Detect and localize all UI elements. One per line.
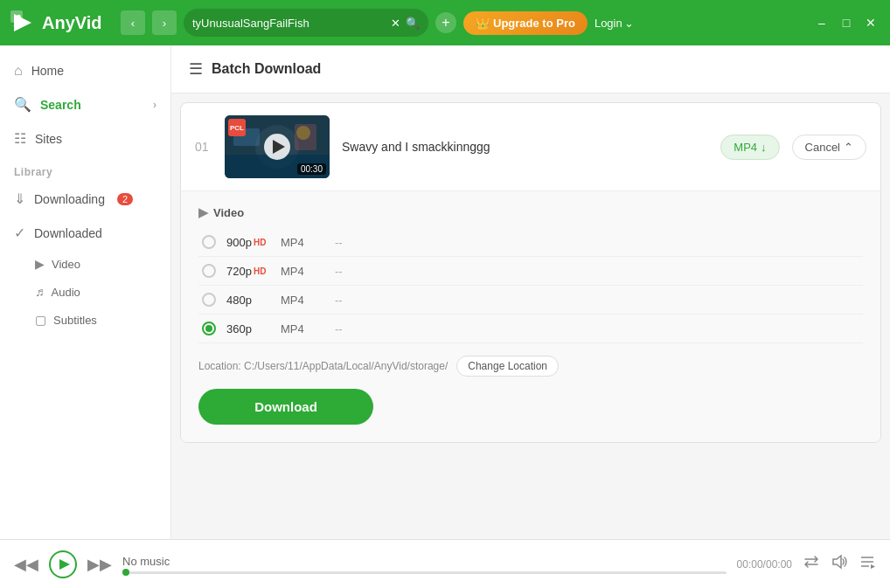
play-triangle-icon bbox=[273, 140, 285, 154]
crown-icon: 👑 bbox=[476, 17, 490, 30]
back-button[interactable]: ‹ bbox=[121, 10, 145, 35]
chevron-down-icon: ⌄ bbox=[624, 17, 634, 30]
chevron-right-icon: › bbox=[153, 99, 156, 111]
playlist-button[interactable] bbox=[859, 553, 876, 575]
radio-480p[interactable] bbox=[202, 293, 216, 307]
sidebar-audio-label: Audio bbox=[52, 286, 80, 299]
upgrade-button[interactable]: 👑 Upgrade to Pro bbox=[463, 11, 588, 35]
size-720p: -- bbox=[335, 265, 343, 278]
format-360p: MP4 bbox=[281, 322, 324, 336]
sites-icon: ☷ bbox=[14, 130, 26, 147]
sidebar-downloading-label: Downloading bbox=[34, 192, 105, 206]
quality-label-720p: 720pHD bbox=[226, 265, 270, 278]
sidebar-item-audio[interactable]: ♬ Audio bbox=[0, 278, 170, 306]
quality-label-360p: 360p bbox=[226, 322, 270, 336]
close-button[interactable]: ✕ bbox=[860, 12, 881, 33]
play-pause-icon bbox=[49, 550, 77, 578]
downloading-icon: ⇓ bbox=[14, 190, 25, 207]
quality-row-900p: 900pHD MP4 -- bbox=[198, 228, 863, 257]
radio-900p[interactable] bbox=[202, 235, 216, 249]
tab-search-button[interactable]: 🔍 bbox=[406, 17, 420, 30]
tab-title: tyUnusualSangFailFish bbox=[192, 17, 386, 30]
progress-dot bbox=[122, 569, 129, 576]
sidebar-item-sites[interactable]: ☷ Sites bbox=[0, 121, 170, 156]
download-button[interactable]: Download bbox=[198, 389, 373, 425]
home-icon: ⌂ bbox=[14, 63, 23, 79]
play-button[interactable] bbox=[264, 134, 290, 160]
sidebar-item-subtitles[interactable]: ▢ Subtitles bbox=[0, 306, 170, 334]
quality-row-480p: 480p MP4 -- bbox=[198, 286, 863, 315]
game-logo: PCL bbox=[228, 119, 246, 136]
size-900p: -- bbox=[335, 236, 343, 249]
player-right-controls bbox=[803, 553, 876, 575]
logo-icon: A bbox=[9, 9, 37, 37]
subtitles-icon: ▢ bbox=[35, 313, 46, 327]
quality-row-360p: 360p MP4 -- bbox=[198, 315, 863, 343]
new-tab-button[interactable]: + bbox=[435, 12, 456, 33]
sidebar-subtitles-label: Subtitles bbox=[53, 314, 97, 327]
sidebar-home-label: Home bbox=[31, 64, 64, 78]
prev-button[interactable]: ◀◀ bbox=[14, 555, 38, 574]
item-number: 01 bbox=[195, 140, 212, 154]
maximize-button[interactable]: □ bbox=[836, 12, 857, 33]
format-900p: MP4 bbox=[281, 236, 324, 249]
video-section-label-text: Video bbox=[213, 206, 244, 219]
audio-icon: ♬ bbox=[35, 285, 45, 299]
radio-360p[interactable] bbox=[202, 322, 216, 336]
svg-marker-12 bbox=[833, 556, 841, 568]
sidebar-downloaded-label: Downloaded bbox=[34, 226, 102, 240]
sub-items: ▶ Video ♬ Audio ▢ Subtitles bbox=[0, 250, 170, 334]
progress-bar[interactable] bbox=[122, 571, 727, 574]
tab-area: tyUnusualSangFailFish ✕ 🔍 bbox=[184, 9, 428, 37]
downloading-badge: 2 bbox=[117, 193, 133, 205]
logo-text: AnyVid bbox=[42, 13, 102, 33]
video-duration: 00:30 bbox=[297, 163, 326, 175]
volume-button[interactable] bbox=[831, 553, 848, 575]
cancel-label: Cancel bbox=[805, 141, 840, 154]
repeat-icon bbox=[803, 553, 820, 571]
cancel-button[interactable]: Cancel ⌃ bbox=[792, 135, 866, 160]
change-location-button[interactable]: Change Location bbox=[456, 356, 559, 377]
play-pause-button[interactable] bbox=[49, 550, 77, 578]
playlist-icon bbox=[859, 553, 876, 571]
sidebar: ⌂ Home 🔍 Search › ☷ Sites Library ⇓ Down… bbox=[0, 45, 171, 539]
svg-marker-11 bbox=[59, 559, 70, 570]
sidebar-item-home[interactable]: ⌂ Home bbox=[0, 54, 170, 87]
sidebar-video-label: Video bbox=[52, 258, 80, 271]
location-row: Location: C:/Users/11/AppData/Local/AnyV… bbox=[198, 356, 863, 377]
svg-text:A: A bbox=[13, 12, 24, 30]
chevron-up-icon: ⌃ bbox=[844, 141, 853, 154]
batch-icon: ☰ bbox=[189, 59, 203, 79]
login-button[interactable]: Login ⌄ bbox=[594, 17, 634, 30]
quality-label-480p: 480p bbox=[226, 294, 270, 307]
main-area: ⌂ Home 🔍 Search › ☷ Sites Library ⇓ Down… bbox=[0, 45, 890, 539]
sidebar-item-video[interactable]: ▶ Video bbox=[0, 250, 170, 278]
sidebar-item-search[interactable]: 🔍 Search › bbox=[0, 87, 170, 121]
downloaded-icon: ✓ bbox=[14, 225, 25, 241]
forward-button[interactable]: › bbox=[152, 10, 177, 35]
sidebar-item-downloading[interactable]: ⇓ Downloading 2 bbox=[0, 182, 170, 216]
size-480p: -- bbox=[335, 294, 343, 307]
next-button[interactable]: ▶▶ bbox=[87, 555, 112, 574]
result-area: 01 bbox=[171, 93, 890, 539]
search-icon: 🔍 bbox=[14, 96, 31, 113]
content-area: ☰ Batch Download 01 bbox=[171, 45, 890, 539]
size-360p: -- bbox=[335, 322, 343, 336]
video-result-row: 01 bbox=[181, 103, 880, 191]
video-section-icon: ▶ bbox=[198, 205, 208, 219]
mp4-button[interactable]: MP4 ↓ bbox=[720, 135, 779, 160]
location-text: Location: C:/Users/11/AppData/Local/AnyV… bbox=[198, 360, 448, 372]
repeat-button[interactable] bbox=[803, 553, 820, 575]
bottom-player: ◀◀ ▶▶ No music 00:00/00:00 bbox=[0, 539, 890, 588]
radio-720p[interactable] bbox=[202, 264, 216, 278]
window-controls: – □ ✕ bbox=[811, 12, 881, 33]
sidebar-item-downloaded[interactable]: ✓ Downloaded bbox=[0, 216, 170, 250]
radio-inner-360p bbox=[205, 325, 212, 332]
login-label: Login bbox=[594, 17, 622, 30]
video-title: Swavy and I smackkinnggg bbox=[342, 140, 708, 154]
sidebar-search-label: Search bbox=[40, 98, 81, 112]
download-arrow-icon: ↓ bbox=[761, 141, 767, 154]
batch-header: ☰ Batch Download bbox=[171, 45, 890, 93]
minimize-button[interactable]: – bbox=[811, 12, 832, 33]
tab-close-button[interactable]: ✕ bbox=[391, 17, 400, 30]
